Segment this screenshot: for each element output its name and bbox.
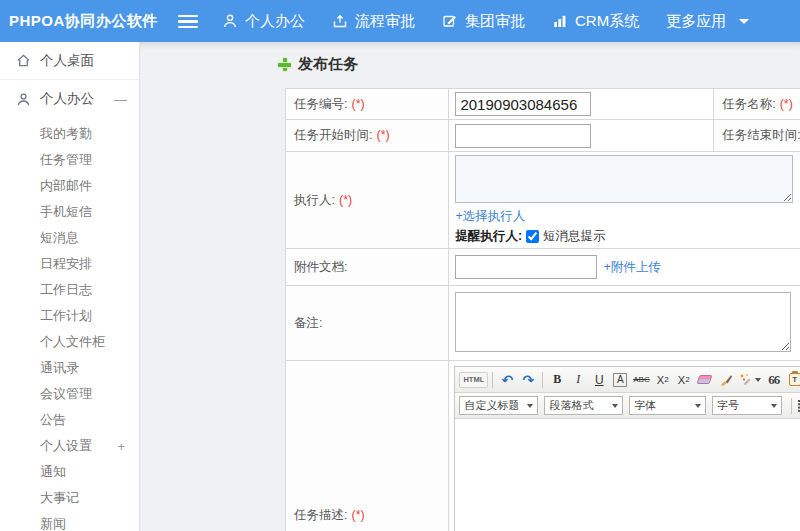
paste-text-button[interactable]: T (785, 370, 800, 390)
task-number-input-cell (449, 89, 714, 120)
sidebar-item-label: 公告 (40, 411, 66, 429)
blockquote-button[interactable]: 66 (764, 370, 784, 390)
sup-exp: 2 (664, 375, 668, 384)
superscript-button[interactable]: X2 (653, 370, 673, 390)
font-style-button[interactable]: A (610, 370, 630, 390)
sms-remind-checkbox[interactable] (526, 230, 539, 243)
table-row: 备注: (286, 286, 800, 361)
sidebar-item-personal-office[interactable]: 个人办公 — (0, 80, 139, 118)
home-icon (16, 53, 31, 68)
sidebar-item-label: 手机短信 (40, 203, 92, 221)
required-mark: (*) (339, 193, 352, 207)
nav-label: CRM系统 (575, 12, 639, 31)
field-label: 执行人: (294, 193, 335, 207)
magic-wand-button[interactable] (737, 370, 763, 390)
sidebar-item-internal-mail[interactable]: 内部邮件 (0, 173, 139, 199)
remind-label: 提醒执行人: (455, 228, 522, 245)
sidebar-item-schedule[interactable]: 日程安排 (0, 251, 139, 277)
sidebar-item-memorabilia[interactable]: 大事记 (0, 485, 139, 511)
attachment-label-cell: 附件文档: (286, 249, 449, 286)
sidebar-item-contacts[interactable]: 通讯录 (0, 355, 139, 381)
html-source-button[interactable]: HTML (459, 372, 488, 388)
attachment-input[interactable] (455, 255, 597, 279)
edit-pencil-icon (442, 13, 458, 29)
remark-input-cell (449, 286, 800, 361)
rich-text-editor: HTML ↶ ↷ B I U A ABC X2 X2 (454, 366, 800, 531)
eraser-button[interactable] (695, 370, 715, 390)
subscript-button[interactable]: X2 (674, 370, 694, 390)
nav-more-apps[interactable]: 更多应用 (666, 12, 749, 31)
format-brush-button[interactable] (716, 370, 736, 390)
nav-process-approval[interactable]: 流程审批 (332, 12, 415, 31)
paragraph-format-dropdown[interactable]: 段落格式 (544, 396, 623, 415)
sidebar-item-short-message[interactable]: 短消息 (0, 225, 139, 251)
required-mark: (*) (351, 508, 364, 522)
remark-textarea[interactable] (455, 292, 791, 352)
clipboard-icon: T (789, 373, 800, 386)
chevron-down-icon (755, 378, 761, 382)
table-row: 任务描述:(*) HTML ↶ ↷ B I U A (286, 361, 800, 531)
sidebar-item-meeting-management[interactable]: 会议管理 (0, 381, 139, 407)
app-window: PHPOA协同办公软件 个人办公 流程审批 集团审批 (0, 0, 800, 531)
underline-button[interactable]: U (589, 370, 609, 390)
custom-title-dropdown[interactable]: 自定义标题 (459, 396, 538, 415)
nav-personal-office[interactable]: 个人办公 (222, 12, 305, 31)
executor-label-cell: 执行人:(*) (286, 152, 449, 249)
required-mark: (*) (780, 97, 793, 111)
nav-label: 集团审批 (465, 12, 525, 31)
hamburger-menu-icon[interactable] (178, 14, 198, 28)
field-label: 任务名称: (722, 97, 775, 111)
editor-toolbar-row1: HTML ↶ ↷ B I U A ABC X2 X2 (455, 367, 800, 393)
expand-plus-icon[interactable]: + (117, 439, 125, 454)
field-label: 任务描述: (294, 508, 347, 522)
start-time-input[interactable] (455, 124, 591, 148)
export-arrow-icon (332, 13, 348, 29)
sidebar-item-mobile-sms[interactable]: 手机短信 (0, 199, 139, 225)
sidebar-submenu: 我的考勤 任务管理 内部邮件 手机短信 短消息 日程安排 工作日志 工作计划 个… (0, 118, 139, 531)
sidebar-item-task-management[interactable]: 任务管理 (0, 147, 139, 173)
sidebar-item-label: 日程安排 (40, 255, 92, 273)
sidebar-item-news[interactable]: 新闻 (0, 511, 139, 531)
sidebar-item-announcement[interactable]: 公告 (0, 407, 139, 433)
italic-button[interactable]: I (568, 370, 588, 390)
bar-chart-icon (552, 13, 568, 29)
sidebar-item-label: 大事记 (40, 489, 79, 507)
sidebar-item-attendance[interactable]: 我的考勤 (0, 121, 139, 147)
dropdown-label: 自定义标题 (464, 398, 519, 413)
sidebar-item-label: 通讯录 (40, 359, 79, 377)
task-number-input[interactable] (455, 92, 591, 116)
font-family-dropdown[interactable]: 字体 (629, 396, 706, 415)
attachment-upload-link[interactable]: +附件上传 (603, 259, 660, 276)
undo-icon[interactable]: ↶ (497, 370, 517, 390)
nav-crm-system[interactable]: CRM系统 (552, 12, 639, 31)
user-icon (222, 13, 238, 29)
attachment-input-cell: +附件上传 (449, 249, 800, 286)
font-box-letter: A (613, 373, 627, 387)
font-size-dropdown[interactable]: 字号 (712, 396, 782, 415)
description-editor-cell: HTML ↶ ↷ B I U A ABC X2 X2 (449, 361, 800, 531)
redo-icon[interactable]: ↷ (518, 370, 538, 390)
sup-base: X (657, 374, 664, 386)
executor-textarea[interactable] (455, 155, 793, 203)
table-row: 执行人:(*) +选择执行人 提醒执行人: 短消息提示 (286, 152, 800, 249)
sidebar-item-notification[interactable]: 通知 (0, 459, 139, 485)
collapse-minus-icon[interactable]: — (114, 92, 127, 107)
dropdown-label: 字体 (634, 398, 656, 413)
toolbar-separator (791, 398, 792, 414)
editor-content-area[interactable] (455, 419, 800, 531)
nav-group-approval[interactable]: 集团审批 (442, 12, 525, 31)
sidebar-item-label: 个人文件柜 (40, 333, 105, 351)
bold-button[interactable]: B (547, 370, 567, 390)
sidebar-item-label: 任务管理 (40, 151, 92, 169)
add-plus-icon (278, 58, 291, 71)
sidebar-item-work-log[interactable]: 工作日志 (0, 277, 139, 303)
strikethrough-button[interactable]: ABC (631, 370, 651, 390)
sidebar-item-file-cabinet[interactable]: 个人文件柜 (0, 329, 139, 355)
sidebar-item-work-plan[interactable]: 工作计划 (0, 303, 139, 329)
sidebar-item-personal-settings[interactable]: 个人设置 + (0, 433, 139, 459)
nav-label: 流程审批 (355, 12, 415, 31)
align-left-button[interactable] (796, 396, 800, 416)
chevron-down-icon (695, 404, 701, 408)
sidebar-item-desktop[interactable]: 个人桌面 (0, 42, 139, 80)
select-executor-link[interactable]: +选择执行人 (455, 209, 525, 223)
